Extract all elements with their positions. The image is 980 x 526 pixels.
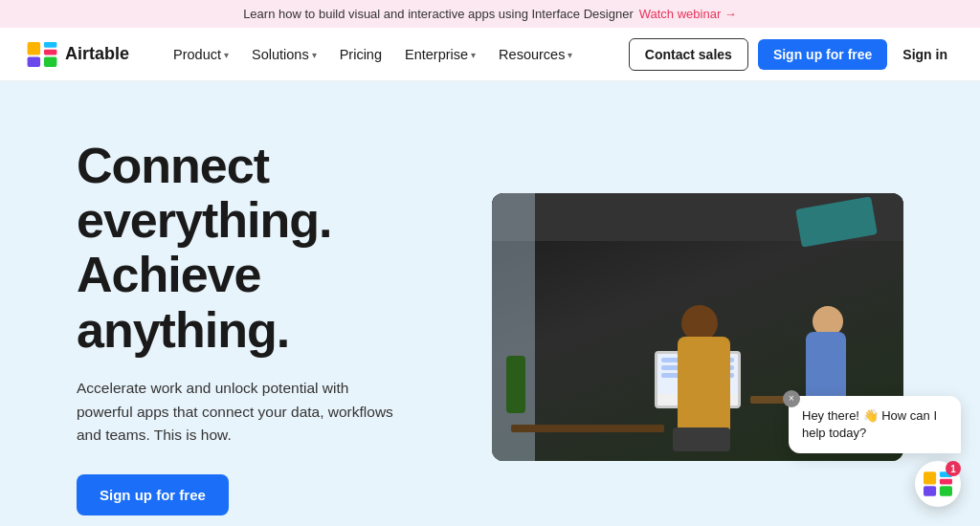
airtable-logo-icon — [27, 42, 57, 67]
navbar: Airtable Product ▾ Solutions ▾ Pricing E… — [0, 28, 980, 81]
chat-icon-button[interactable]: 1 — [915, 461, 961, 507]
person1-body — [678, 337, 730, 432]
chair — [673, 427, 730, 451]
signin-button[interactable]: Sign in — [897, 39, 953, 70]
nav-item-product[interactable]: Product ▾ — [164, 41, 238, 68]
svg-rect-3 — [28, 56, 40, 67]
table1 — [511, 425, 664, 432]
chat-close-button[interactable]: × — [783, 390, 800, 407]
chevron-down-icon: ▾ — [312, 50, 317, 60]
plant — [506, 356, 525, 413]
svg-rect-9 — [940, 486, 952, 495]
announcement-bar: Learn how to build visual and interactiv… — [0, 0, 980, 28]
logo[interactable]: Airtable — [27, 42, 129, 67]
contact-sales-button[interactable]: Contact sales — [629, 38, 748, 71]
announcement-cta[interactable]: Watch webinar — [639, 7, 737, 21]
hero-subtitle: Accelerate work and unlock potential wit… — [77, 377, 402, 448]
nav-item-enterprise[interactable]: Enterprise ▾ — [395, 41, 485, 68]
nav-signup-button[interactable]: Sign up for free — [758, 39, 887, 70]
chevron-down-icon: ▾ — [224, 50, 229, 60]
chat-notification-badge: 1 — [946, 461, 961, 476]
chevron-down-icon: ▾ — [568, 50, 572, 60]
announcement-text: Learn how to build visual and interactiv… — [243, 7, 634, 21]
chat-widget: × Hey there! 👋 How can I help today? 1 — [789, 396, 961, 507]
chat-bubble: × Hey there! 👋 How can I help today? — [789, 396, 961, 453]
chat-bubble-text: Hey there! 👋 How can I help today? — [802, 408, 937, 440]
svg-rect-2 — [44, 49, 56, 55]
hero-content: Connect everything. Achieve anything. Ac… — [77, 139, 434, 515]
svg-rect-7 — [940, 479, 952, 485]
nav-item-solutions[interactable]: Solutions ▾ — [242, 41, 326, 68]
svg-rect-5 — [924, 471, 936, 484]
nav-item-resources[interactable]: Resources ▾ — [489, 41, 582, 68]
chevron-down-icon: ▾ — [471, 50, 476, 60]
hero-title: Connect everything. Achieve anything. — [77, 139, 434, 358]
window — [492, 193, 535, 461]
logo-text: Airtable — [65, 44, 129, 64]
nav-item-pricing[interactable]: Pricing — [330, 41, 391, 68]
svg-rect-1 — [44, 42, 56, 48]
svg-rect-0 — [28, 42, 40, 55]
svg-rect-4 — [44, 56, 56, 67]
hero-signup-button[interactable]: Sign up for free — [77, 474, 229, 515]
nav-links: Product ▾ Solutions ▾ Pricing Enterprise… — [164, 41, 602, 68]
svg-rect-8 — [924, 486, 936, 495]
nav-actions: Contact sales Sign up for free Sign in — [629, 38, 953, 71]
